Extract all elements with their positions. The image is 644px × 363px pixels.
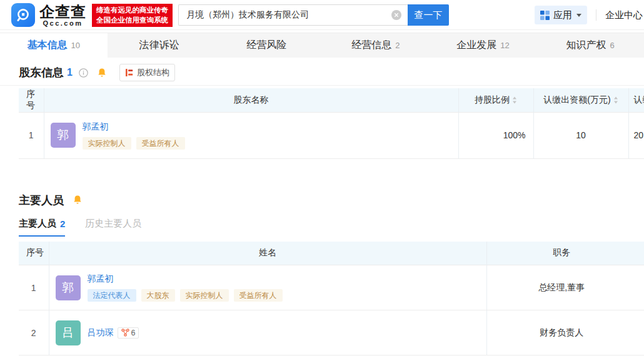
avatar[interactable]: 郭: [51, 123, 76, 148]
search-input[interactable]: [178, 4, 408, 26]
association-badge[interactable]: 6: [118, 327, 139, 339]
equity-structure-icon: [125, 68, 134, 77]
clear-icon[interactable]: [391, 10, 401, 20]
slogan-line-1: 缔造有远见的商业传奇: [96, 5, 168, 16]
person-cell: 郭 郭孟初 法定代表人 大股东 实际控制人 受益所有人: [49, 265, 486, 310]
row-index: 1: [19, 112, 44, 158]
tag-actual-controller: 实际控制人: [180, 289, 229, 302]
tab-legal-litigation[interactable]: 法律诉讼: [108, 33, 215, 58]
tab-operation-info[interactable]: 经营信息 2: [322, 33, 430, 58]
enterprise-center-link[interactable]: 企业中心: [605, 9, 643, 21]
role-value: 总经理,董事: [486, 265, 636, 310]
col-filler: [636, 242, 644, 265]
qcc-logo-icon: [11, 3, 35, 27]
apps-grid-icon: [540, 11, 550, 20]
key-people-header-row: 序号 姓名 职务: [19, 242, 644, 265]
tab-count: 2: [395, 41, 400, 50]
tab-intellectual-property[interactable]: 知识产权 6: [536, 33, 644, 58]
ratio-value: 100%: [458, 112, 533, 158]
col-ratio: 持股比例: [458, 88, 533, 112]
search-button[interactable]: 查一下: [408, 4, 449, 26]
col-index: 序号: [19, 88, 44, 112]
col-shareholder-name: 股东名称: [44, 88, 458, 112]
shareholders-title: 股东信息: [19, 65, 64, 80]
association-graph-icon: [121, 329, 129, 337]
brand-name: 企查查: [39, 4, 86, 19]
header-right: 应用 企业中心: [535, 0, 643, 30]
tab-count: 10: [71, 41, 80, 50]
apps-button[interactable]: 应用: [535, 6, 587, 24]
tab-count: 6: [610, 41, 615, 50]
header-divider: [596, 9, 596, 21]
shareholders-count: 1: [67, 67, 73, 78]
key-people-subtabs: 主要人员 2 历史主要人员: [19, 218, 644, 237]
shareholders-header-row: 序号 股东名称 持股比例: [19, 88, 644, 112]
col-amount: 认缴出资额(万元): [533, 88, 628, 112]
tag-beneficial-owner: 受益所有人: [234, 289, 283, 302]
brand-domain: Qcc.com: [39, 19, 86, 27]
col-person-name: 姓名: [49, 242, 486, 265]
tab-enterprise-development[interactable]: 企业发展 12: [430, 33, 537, 58]
role-value: 财务负责人: [486, 310, 636, 355]
col-index: 序号: [19, 242, 49, 265]
col-role: 职务: [486, 242, 636, 265]
shareholders-table: 序号 股东名称 持股比例: [19, 88, 644, 159]
equity-structure-button[interactable]: 股权结构: [119, 64, 175, 81]
section-divider: [0, 85, 644, 86]
association-count: 6: [131, 329, 136, 337]
shareholders-section-head: 股东信息 1 股权结构: [19, 64, 644, 81]
key-people-table: 序号 姓名 职务 1 郭 郭孟初: [19, 242, 644, 356]
key-people-title: 主要人员: [19, 193, 64, 208]
key-people-section-head: 主要人员: [19, 192, 644, 209]
avatar[interactable]: 郭: [56, 275, 81, 300]
person-row: 2 吕 吕功琛: [19, 310, 644, 355]
person-name-link[interactable]: 吕功琛: [88, 327, 114, 339]
tab-count: 12: [500, 41, 509, 50]
tag-beneficial-owner: 受益所有人: [136, 137, 185, 150]
filler-cell: [636, 310, 644, 355]
bell-icon[interactable]: [73, 195, 83, 205]
person-cell: 吕 吕功琛: [49, 310, 486, 355]
key-people-table-wrap: 序号 姓名 职务 1 郭 郭孟初: [19, 242, 644, 356]
tag-legal-representative: 法定代表人: [88, 289, 136, 302]
tag-actual-controller: 实际控制人: [83, 137, 131, 150]
bell-icon[interactable]: [97, 68, 107, 78]
tab-basic-info[interactable]: 基本信息 10: [0, 33, 108, 58]
row-index: 2: [19, 310, 49, 355]
apps-label: 应用: [553, 9, 572, 21]
row-index: 1: [19, 265, 49, 310]
tag-major-shareholder: 大股东: [141, 289, 175, 302]
subtab-history-key-people[interactable]: 历史主要人员: [85, 218, 141, 237]
shareholders-table-wrap: 序号 股东名称 持股比例: [19, 88, 644, 159]
amount-value: 10: [533, 112, 628, 158]
subtab-key-people[interactable]: 主要人员 2: [19, 218, 65, 237]
qcc-logo[interactable]: 企查查 Qcc.com 缔造有远见的商业传奇 全国企业信用查询系统: [11, 3, 173, 27]
shareholder-name-link[interactable]: 郭孟初: [83, 121, 109, 133]
site-header: 企查查 Qcc.com 缔造有远见的商业传奇 全国企业信用查询系统 查一下: [0, 0, 644, 30]
info-icon[interactable]: [79, 68, 88, 78]
date-value-truncated: 20: [628, 112, 644, 158]
slogan-line-2: 全国企业信用查询系统: [96, 15, 168, 26]
sort-icon[interactable]: [613, 96, 618, 104]
shareholder-row: 1 郭 郭孟初 实际控制人 受益所有人: [19, 112, 644, 158]
chevron-down-icon: [576, 14, 581, 17]
brand-text: 企查查 Qcc.com: [39, 4, 86, 27]
main-tabbar: 基本信息 10 法律诉讼 经营风险 经营信息 2 企业发展 12 知识产权 6: [0, 33, 644, 58]
person-name-link[interactable]: 郭孟初: [88, 274, 114, 285]
sort-icon[interactable]: [512, 96, 517, 104]
tab-operation-risk[interactable]: 经营风险: [214, 33, 322, 58]
subtab-count: 2: [60, 218, 65, 229]
person-row: 1 郭 郭孟初 法定代表人 大股东 实际控制人: [19, 265, 644, 310]
shareholder-cell: 郭 郭孟初 实际控制人 受益所有人: [44, 112, 458, 158]
avatar[interactable]: 吕: [56, 320, 81, 345]
search-bar: 查一下: [178, 4, 449, 26]
col-date-truncated: 认缴: [628, 88, 644, 112]
filler-cell: [636, 265, 644, 310]
slogan-badge: 缔造有远见的商业传奇 全国企业信用查询系统: [92, 4, 173, 27]
